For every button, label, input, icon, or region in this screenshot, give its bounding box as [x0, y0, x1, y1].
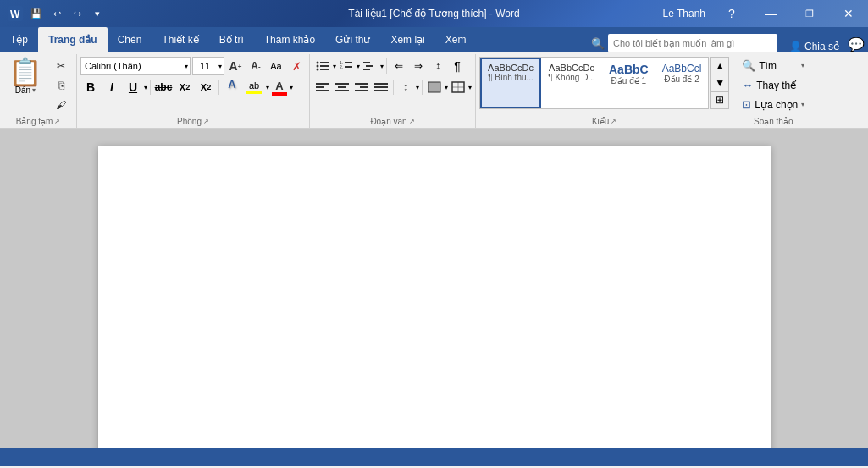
svg-rect-9	[345, 62, 352, 63]
document-page[interactable]	[98, 146, 771, 448]
document-container[interactable]	[0, 129, 868, 448]
font-size-dropdown[interactable]: ▾	[217, 63, 224, 70]
tab-bo-tri[interactable]: Bố trí	[209, 27, 254, 52]
align-left-button[interactable]	[313, 78, 332, 96]
style-no-spacing-preview: AaBbCcDc	[549, 63, 594, 73]
replace-label: Thay thế	[756, 80, 796, 91]
justify-button[interactable]	[372, 78, 390, 96]
paragraph-group-content: ▾ 1.2. ▾ ▾ ⇐ ⇒ ↕ ¶	[313, 57, 472, 116]
svg-rect-14	[363, 69, 370, 70]
clipboard-expand-button[interactable]: ↗	[54, 118, 60, 125]
tab-thiet-ke[interactable]: Thiết kế	[152, 27, 208, 52]
style-heading1-label: Đầu đề 1	[611, 76, 646, 85]
decrease-indent-button[interactable]: ⇐	[390, 57, 408, 75]
line-spacing-button[interactable]: ↕	[396, 78, 415, 96]
style-no-spacing-item[interactable]: AaBbCcDc ¶ Không D...	[541, 58, 602, 108]
strikethrough-button[interactable]: abc	[153, 78, 174, 96]
highlight-dropdown[interactable]: ▾	[266, 84, 269, 91]
styles-expand-button[interactable]: ↗	[611, 118, 616, 125]
save-qat-button[interactable]: 💾	[27, 4, 46, 23]
find-icon: 🔍	[742, 59, 755, 72]
styles-group: AaBbCcDc ¶ Bình thu... AaBbCcDc ¶ Không …	[476, 54, 733, 128]
line-spacing-dropdown[interactable]: ▾	[416, 84, 419, 91]
styles-more-button[interactable]: ⊞	[711, 92, 728, 108]
help-button[interactable]: ?	[712, 0, 751, 27]
replace-button[interactable]: ↔ Thay thế	[737, 76, 810, 94]
find-dropdown-icon[interactable]: ▾	[801, 62, 804, 69]
align-right-button[interactable]	[352, 78, 371, 96]
paste-button[interactable]: 📋 Dán ▾	[3, 57, 47, 96]
numbering-button[interactable]: 1.2.	[337, 57, 356, 75]
status-bar	[0, 448, 868, 466]
tab-tep[interactable]: Tệp	[0, 27, 38, 52]
title-bar-right: Le Thanh ? — ❐ ✕	[656, 0, 869, 27]
tab-tham-khao[interactable]: Tham khảo	[254, 27, 325, 52]
superscript-button[interactable]: X2	[196, 78, 216, 96]
restore-button[interactable]: ❐	[790, 0, 829, 27]
minimize-button[interactable]: —	[751, 0, 790, 27]
underline-dropdown[interactable]: ▾	[144, 84, 147, 91]
bullets-button[interactable]	[313, 57, 332, 75]
qat-dropdown-button[interactable]: ▾	[88, 4, 107, 23]
svg-rect-22	[360, 86, 368, 88]
undo-qat-button[interactable]: ↩	[47, 4, 66, 23]
shading-button[interactable]	[425, 78, 444, 96]
font-name-dropdown[interactable]: ▾	[183, 63, 190, 70]
text-effects-button[interactable]: A	[222, 78, 242, 96]
cut-button[interactable]: ✂	[49, 57, 73, 75]
subscript-button[interactable]: X2	[174, 78, 195, 96]
tab-xem[interactable]: Xem	[435, 27, 477, 52]
italic-button[interactable]: I	[102, 78, 122, 96]
align-center-button[interactable]	[333, 78, 351, 96]
svg-rect-3	[320, 62, 329, 63]
select-dropdown-icon[interactable]: ▾	[801, 101, 804, 108]
numbering-dropdown[interactable]: ▾	[357, 63, 360, 70]
multilevel-list-button[interactable]	[361, 57, 379, 75]
tab-chen[interactable]: Chèn	[108, 27, 152, 52]
sort-button[interactable]: ↕	[428, 57, 447, 75]
close-button[interactable]: ✕	[829, 0, 868, 27]
search-input[interactable]	[608, 34, 777, 52]
bold-button[interactable]: B	[80, 78, 101, 96]
bullets-dropdown[interactable]: ▾	[333, 63, 336, 70]
tab-gui-thu[interactable]: Gửi thư	[325, 27, 380, 52]
shrink-font-button[interactable]: A-	[246, 57, 265, 75]
font-name-input[interactable]	[81, 58, 183, 74]
comments-button[interactable]: 💬	[844, 36, 868, 52]
clear-formatting-button[interactable]: ✗	[287, 57, 306, 75]
style-normal-item[interactable]: AaBbCcDc ¶ Bình thu...	[480, 58, 541, 108]
style-heading1-item[interactable]: AaBbC Đầu đề 1	[602, 58, 655, 108]
paste-icon: 📋	[8, 58, 42, 85]
borders-button[interactable]	[449, 78, 467, 96]
style-normal-label: ¶ Bình thu...	[488, 73, 534, 82]
svg-rect-24	[374, 83, 388, 85]
svg-rect-19	[338, 86, 346, 88]
redo-qat-button[interactable]: ↪	[68, 4, 86, 23]
styles-scroll-down-button[interactable]: ▼	[711, 74, 728, 91]
copy-button[interactable]: ⎘	[49, 76, 73, 95]
style-heading2-item[interactable]: AaBbCcl Đầu đề 2	[655, 58, 709, 108]
shading-dropdown[interactable]: ▾	[445, 84, 448, 91]
svg-point-4	[317, 65, 319, 68]
font-size-input[interactable]	[193, 58, 217, 74]
find-button[interactable]: 🔍 Tìm ▾	[737, 57, 810, 74]
increase-indent-button[interactable]: ⇒	[409, 57, 428, 75]
font-expand-button[interactable]: ↗	[203, 118, 209, 125]
underline-button[interactable]: U	[123, 78, 143, 96]
styles-scroll-up-button[interactable]: ▲	[711, 58, 728, 74]
tab-xem-lai[interactable]: Xem lại	[380, 27, 434, 52]
multilevel-dropdown[interactable]: ▾	[380, 63, 384, 70]
borders-dropdown[interactable]: ▾	[468, 84, 472, 91]
show-paragraph-marks-button[interactable]: ¶	[448, 57, 467, 75]
change-case-button[interactable]: Aa	[267, 57, 285, 75]
highlight-color-button[interactable]: ab	[243, 80, 265, 94]
paste-dropdown-icon[interactable]: ▾	[32, 86, 36, 94]
paragraph-expand-button[interactable]: ↗	[409, 118, 415, 125]
format-painter-button[interactable]: 🖌	[49, 96, 73, 114]
grow-font-button[interactable]: A+	[226, 57, 245, 75]
tab-trang-dau[interactable]: Trang đầu	[38, 27, 108, 52]
select-button[interactable]: ⊡ Lựa chọn ▾	[737, 96, 810, 113]
share-button[interactable]: 👤 Chia sẻ	[784, 41, 844, 52]
font-color-button[interactable]: A	[270, 80, 289, 96]
font-color-dropdown[interactable]: ▾	[290, 84, 293, 91]
